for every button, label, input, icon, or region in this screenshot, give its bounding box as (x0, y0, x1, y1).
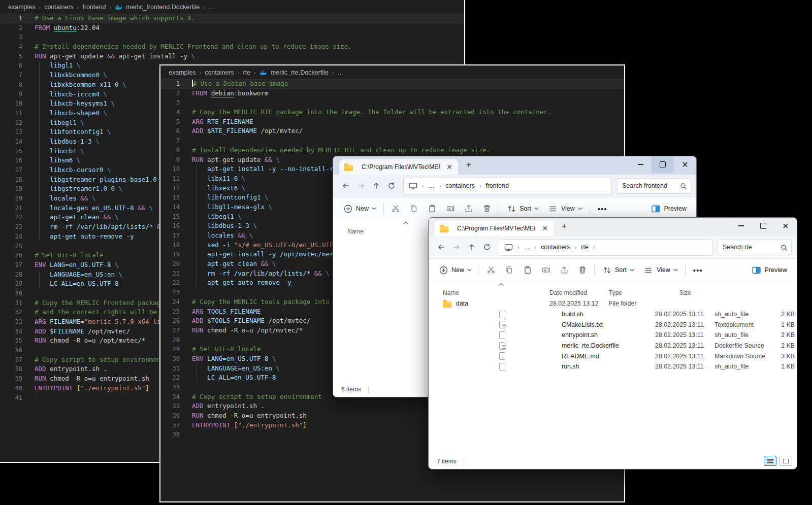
up-icon[interactable] (369, 178, 384, 193)
minimize-button[interactable] (730, 218, 752, 234)
see-more-icon[interactable]: ••• (688, 266, 708, 275)
paste-icon[interactable] (423, 200, 441, 217)
breadcrumb-item[interactable]: rte (243, 69, 251, 76)
new-tab-button[interactable]: + (562, 221, 567, 231)
this-pc-icon[interactable] (409, 182, 417, 190)
preview-button[interactable]: Preview (747, 261, 792, 279)
search-box[interactable]: Search frontend (617, 178, 691, 194)
maximize-button[interactable] (752, 218, 774, 234)
tab-close-icon[interactable]: ✕ (539, 224, 550, 233)
delete-icon[interactable] (478, 200, 496, 217)
refresh-icon[interactable] (384, 178, 399, 193)
tab-close-icon[interactable]: ✕ (444, 162, 455, 172)
minimize-button[interactable] (629, 156, 652, 173)
line-number: 37 (160, 421, 180, 430)
search-box[interactable]: Search rte (718, 240, 792, 255)
breadcrumb-item[interactable]: frontend (83, 4, 106, 11)
address-crumb[interactable]: containers (445, 182, 475, 189)
code-line[interactable]: 3 (0, 32, 464, 42)
code-line[interactable]: 6ADD $RTE_FILENAME /opt/mvtec/ (160, 126, 624, 136)
code-line[interactable]: 2FROM debian:bookworm (160, 89, 624, 98)
close-button[interactable]: ✕ (674, 156, 696, 173)
line-number: 36 (0, 346, 22, 355)
copy-icon[interactable] (500, 261, 518, 279)
line-number: 6 (160, 126, 180, 136)
address-crumb[interactable]: frontend (485, 182, 509, 189)
file-row[interactable]: entrypoint.sh28.02.2025 13:11sh_auto_fil… (429, 330, 797, 341)
cut-icon[interactable] (482, 261, 500, 279)
file-row[interactable]: merlic_rte.Dockerfile28.02.2025 13:11Doc… (429, 341, 797, 351)
rename-icon[interactable]: A (441, 200, 460, 217)
line-number: 36 (160, 411, 180, 421)
code-line[interactable]: 4# Install dependencies needed by MERLIC… (0, 42, 464, 52)
code-line[interactable]: 4# Copy the MERLIC RTE package into the … (160, 108, 624, 117)
cut-icon[interactable] (386, 200, 405, 217)
column-header[interactable]: Date modified (549, 289, 609, 296)
breadcrumb-item[interactable]: examples (169, 69, 196, 76)
address-crumb[interactable]: rte (581, 244, 589, 251)
code-line[interactable]: 8# Install dependencies needed by MERLIC… (160, 146, 624, 155)
line-number: 25 (160, 307, 180, 317)
paste-icon[interactable] (518, 261, 537, 279)
file-row[interactable]: README.md28.02.2025 13:11Markdown Source… (429, 351, 797, 361)
crumb-separator: › (593, 245, 595, 250)
icons-view-toggle[interactable] (779, 456, 792, 466)
breadcrumb-item[interactable]: examples (8, 4, 36, 11)
view-button[interactable]: View (639, 261, 683, 279)
breadcrumb-item[interactable]: containers (205, 69, 234, 76)
column-header[interactable]: Name (443, 289, 549, 296)
file-row[interactable]: run.sh28.02.2025 13:11sh_auto_file1 KB (429, 361, 797, 372)
forward-icon[interactable] (449, 240, 464, 255)
sort-button[interactable]: Sort (597, 261, 639, 279)
file-date: 28.02.2025 13:11 (655, 353, 714, 360)
address-crumb[interactable]: containers (541, 244, 570, 251)
address-bar[interactable]: ›…›containers›rte› (499, 239, 712, 256)
see-more-icon[interactable]: ••• (593, 205, 612, 213)
explorer-tab[interactable]: C:\Program Files\MVTec\MERL ✕ (339, 159, 458, 175)
back-icon[interactable] (434, 240, 449, 255)
code-line[interactable]: 3 (160, 98, 624, 108)
file-row[interactable]: data28.02.2025 13:12File folder (429, 298, 797, 309)
details-view-toggle[interactable] (764, 456, 776, 466)
breadcrumb-item[interactable]: … (337, 69, 344, 76)
breadcrumb-ellipsis[interactable]: … (428, 182, 435, 189)
breadcrumb-item[interactable]: merlic_rte.Dockerfile (271, 69, 329, 76)
column-header[interactable]: Size (660, 289, 691, 296)
explorer-tab[interactable]: C:\Program Files\MVTec\MERL ✕ (435, 221, 554, 236)
column-header[interactable]: Type (609, 289, 660, 296)
code-line[interactable]: 5ARG RTE_FILENAME (160, 117, 624, 127)
preview-button[interactable]: Preview (646, 200, 691, 217)
view-button[interactable]: View (543, 200, 587, 217)
back-icon[interactable] (338, 178, 353, 193)
up-icon[interactable] (464, 240, 479, 255)
file-row[interactable]: CMakeLists.txt28.02.2025 13:11Textdokume… (429, 319, 797, 330)
sort-button[interactable]: Sort (502, 200, 543, 217)
breadcrumb-item[interactable]: merlic_frontend.Dockerfile (126, 4, 200, 11)
code-line[interactable]: 1# Use a Debian base image (160, 79, 624, 89)
refresh-icon[interactable] (479, 240, 495, 255)
breadcrumb-item[interactable]: … (209, 4, 215, 11)
delete-icon[interactable] (573, 261, 592, 279)
file-row[interactable]: build.sh28.02.2025 13:11sh_auto_file2 KB (429, 309, 797, 320)
address-bar[interactable]: ›…›containers›frontend (403, 178, 612, 194)
new-label: New (356, 205, 369, 212)
folder-icon (443, 301, 451, 308)
this-pc-icon[interactable] (504, 244, 513, 251)
forward-icon[interactable] (353, 178, 369, 193)
new-tab-button[interactable]: + (466, 160, 471, 170)
close-button[interactable]: ✕ (774, 218, 797, 234)
code-line[interactable]: 5RUN apt-get update && apt-get install -… (0, 52, 464, 61)
breadcrumb-ellipsis[interactable]: … (524, 244, 530, 251)
share-icon[interactable] (555, 261, 573, 279)
line-number: 7 (0, 71, 22, 80)
rename-icon[interactable]: A (537, 261, 555, 279)
maximize-button[interactable] (652, 156, 674, 173)
share-icon[interactable] (460, 200, 478, 217)
code-line[interactable]: 1# Use a Linux base image which supports… (0, 14, 464, 23)
code-line[interactable]: 7 (160, 136, 624, 146)
copy-icon[interactable] (405, 200, 423, 217)
code-line[interactable]: 2FROM ubuntu:22.04 (0, 23, 464, 33)
breadcrumb-item[interactable]: containers (44, 4, 74, 11)
new-button[interactable]: New (434, 261, 476, 279)
new-button[interactable]: New (338, 200, 381, 217)
